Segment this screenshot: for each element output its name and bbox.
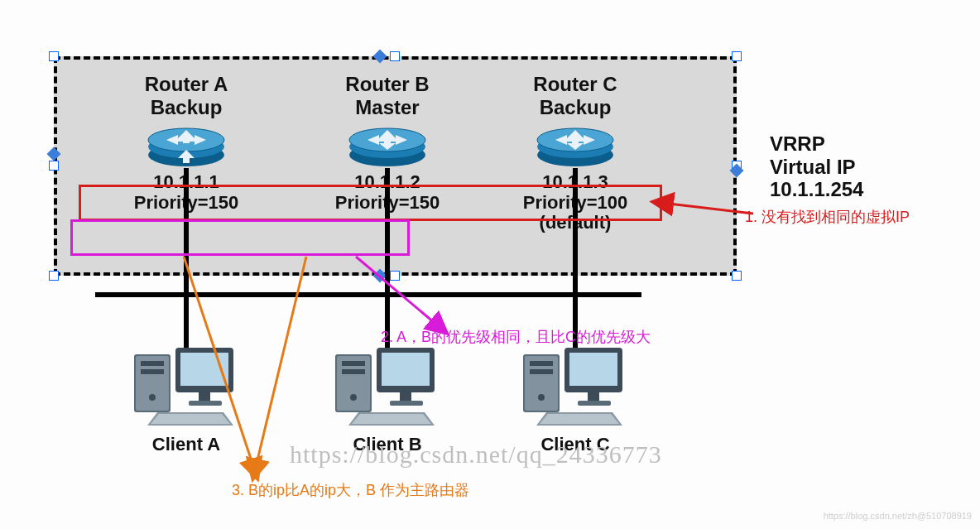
annotation-text-1: 1. 没有找到相同的虚拟IP: [745, 207, 960, 227]
router-b-name: Router B: [345, 73, 429, 95]
svg-rect-23: [141, 361, 164, 366]
router-c-role: Backup: [540, 96, 612, 118]
selection-handle: [390, 51, 400, 61]
router-icon: [145, 122, 228, 168]
router-c-name: Router C: [533, 73, 617, 95]
annotation-text-3: 3. B的ip比A的ip大，B 作为主路由器: [232, 480, 579, 500]
client-b: Client B: [305, 339, 470, 455]
selection-handle: [49, 271, 59, 281]
svg-marker-53: [540, 414, 619, 424]
svg-rect-38: [382, 353, 430, 386]
svg-point-36: [350, 394, 357, 401]
annotation-text-2: 2. A，B的优先级相同，且比C的优先级大: [381, 327, 728, 347]
svg-rect-27: [180, 353, 228, 386]
vrrp-virtual-ip-label: VRRP Virtual IP 10.1.1.254: [770, 132, 960, 201]
router-b-role: Master: [355, 96, 419, 118]
vrrp-line3: 10.1.1.254: [770, 178, 863, 200]
svg-rect-29: [189, 401, 222, 406]
watermark-small: https://blog.csdn.net/zh@510708919: [824, 511, 972, 521]
vrrp-diagram: Router A Backup 10.1.1.1 Priority=150 Ro…: [0, 0, 980, 529]
svg-rect-28: [199, 392, 210, 401]
svg-rect-51: [578, 401, 611, 406]
router-a-name: Router A: [145, 73, 228, 95]
router-a-role: Backup: [151, 96, 223, 118]
router-icon: [534, 122, 617, 168]
router-icon: [346, 122, 429, 168]
svg-point-25: [149, 394, 156, 401]
selection-handle: [732, 51, 742, 61]
workstation-icon: [513, 339, 637, 430]
svg-marker-31: [151, 414, 230, 424]
workstation-icon: [124, 339, 248, 430]
svg-rect-35: [342, 369, 365, 374]
annotation-box-1: [79, 185, 662, 221]
vrrp-line2: Virtual IP: [770, 156, 856, 178]
workstation-icon: [325, 339, 449, 430]
selection-handle: [732, 271, 742, 281]
selection-handle: [49, 51, 59, 61]
svg-rect-49: [569, 353, 617, 386]
annotation-box-2: [70, 219, 410, 256]
svg-point-47: [538, 394, 545, 401]
svg-rect-39: [400, 392, 411, 401]
svg-rect-46: [530, 369, 553, 374]
svg-rect-40: [390, 401, 423, 406]
svg-rect-45: [530, 361, 553, 366]
svg-rect-24: [141, 369, 164, 374]
selection-handle: [49, 161, 59, 171]
client-c: Client C: [492, 339, 658, 455]
watermark-url: https://blog.csdn.net/qq_24336773: [290, 440, 662, 469]
lan-bus: [95, 292, 641, 297]
svg-rect-34: [342, 361, 365, 366]
client-a: Client A: [103, 339, 269, 455]
svg-marker-42: [352, 414, 431, 424]
vrrp-line1: VRRP: [770, 132, 825, 155]
selection-handle: [390, 271, 400, 281]
svg-rect-50: [588, 392, 599, 401]
client-a-label: Client A: [103, 434, 269, 455]
